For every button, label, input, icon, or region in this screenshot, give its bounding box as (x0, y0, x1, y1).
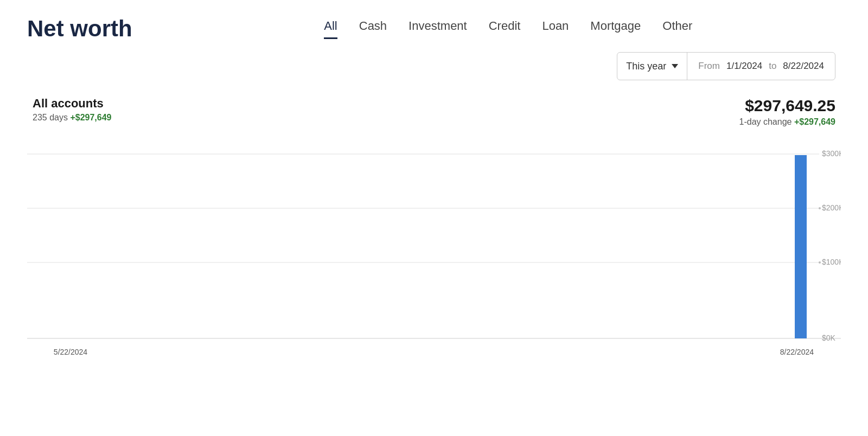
y-label-300k: $300K (822, 149, 841, 158)
y-label-0k: $0K (822, 334, 836, 342)
chart-bar-spike (795, 155, 807, 338)
nav-tabs: All Cash Investment Credit Loan Mortgage… (132, 19, 841, 39)
y-label-100k: $100K (822, 258, 841, 266)
to-date: 8/22/2024 (783, 61, 824, 72)
tab-other[interactable]: Other (662, 19, 692, 39)
date-preset-selector[interactable]: This year (617, 53, 687, 80)
stats-sub-days: 235 days +$297,649 (33, 113, 111, 123)
stats-right: $297,649.25 1-day change +$297,649 (739, 97, 836, 127)
page-title: Net worth (27, 16, 132, 41)
date-preset-label: This year (626, 61, 666, 72)
svg-point-5 (819, 261, 821, 264)
date-range: From 1/1/2024 to 8/22/2024 (687, 53, 835, 80)
tab-cash[interactable]: Cash (359, 19, 387, 39)
one-day-change: 1-day change +$297,649 (739, 117, 836, 127)
net-worth-value: $297,649.25 (745, 97, 835, 115)
date-filter[interactable]: This year From 1/1/2024 to 8/22/2024 (617, 52, 835, 80)
tab-credit[interactable]: Credit (489, 19, 521, 39)
y-label-200k: $200K (822, 203, 841, 212)
tab-mortgage[interactable]: Mortgage (590, 19, 641, 39)
one-day-change-value: +$297,649 (794, 117, 835, 126)
from-label: From (698, 61, 720, 72)
from-date: 1/1/2024 (726, 61, 762, 72)
x-label-right: 8/22/2024 (780, 348, 814, 356)
days-change: +$297,649 (70, 113, 111, 122)
svg-point-4 (819, 207, 821, 209)
tab-loan[interactable]: Loan (542, 19, 569, 39)
dropdown-arrow-icon (672, 64, 678, 68)
tab-all[interactable]: All (324, 19, 337, 39)
tab-investment[interactable]: Investment (409, 19, 467, 39)
x-label-left: 5/22/2024 (54, 348, 87, 356)
all-accounts-label: All accounts (33, 97, 111, 111)
stats-left: All accounts 235 days +$297,649 (33, 97, 111, 123)
net-worth-chart: $300K $200K $100K $0K 5/22/2024 8/22/202… (27, 138, 841, 366)
to-label: to (769, 61, 776, 72)
